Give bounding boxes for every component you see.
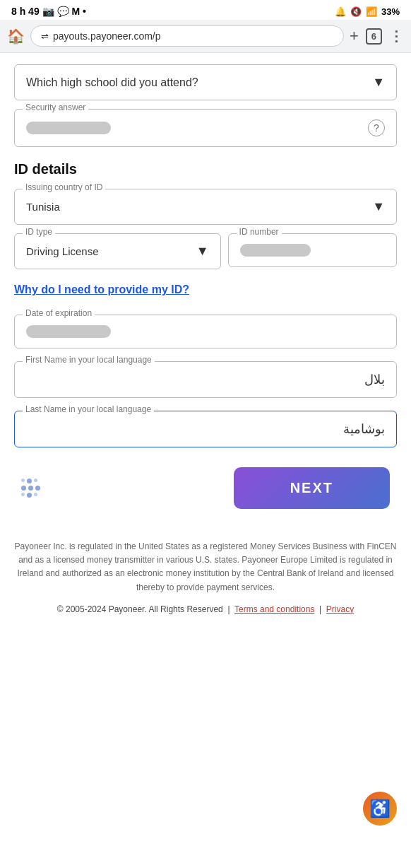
footer-copyright: © 2005-2024 Payoneer. All Rights Reserve… bbox=[14, 603, 397, 616]
date-expiration-placeholder bbox=[26, 325, 111, 338]
id-number-group: ID number bbox=[228, 233, 397, 269]
why-id-link[interactable]: Why do I need to provide my ID? bbox=[14, 283, 189, 296]
status-right-icons: 🔔 🔇 📶 33% bbox=[335, 6, 400, 17]
url-text[interactable]: payouts.payoneer.com/p bbox=[53, 30, 333, 42]
privacy-link[interactable]: Privacy bbox=[326, 604, 354, 614]
id-details-heading: ID details bbox=[14, 161, 397, 177]
issuing-country-value: Tunisia bbox=[26, 201, 60, 213]
browser-actions: + 6 ⋮ bbox=[350, 27, 404, 45]
id-number-placeholder bbox=[240, 244, 311, 257]
browser-bar: 🏠 ⇌ payouts.payoneer.com/p + 6 ⋮ bbox=[0, 20, 411, 53]
copyright-text: © 2005-2024 Payoneer. All Rights Reserve… bbox=[57, 604, 223, 614]
dot-4 bbox=[21, 486, 26, 491]
security-question-label: Which high school did you attend? bbox=[26, 76, 198, 89]
mute-icon: 🔇 bbox=[350, 6, 362, 17]
id-number-input[interactable] bbox=[228, 233, 397, 267]
accessibility-icon: ♿ bbox=[369, 799, 391, 819]
status-bar: 8 h 49 📷 💬 M • 🔔 🔇 📶 33% bbox=[0, 0, 411, 20]
id-number-label: ID number bbox=[237, 227, 282, 237]
dot-9 bbox=[34, 493, 37, 496]
home-icon[interactable]: 🏠 bbox=[7, 28, 25, 45]
security-answer-label: Security answer bbox=[23, 102, 88, 112]
alarm-icon: 🔔 bbox=[335, 6, 346, 17]
dot-7 bbox=[21, 493, 25, 496]
payoneer-logo bbox=[21, 479, 40, 498]
id-type-label: ID type bbox=[23, 227, 55, 237]
tab-count[interactable]: 6 bbox=[366, 28, 382, 45]
date-expiration-label: Date of expiration bbox=[23, 308, 95, 318]
security-question-dropdown[interactable]: Which high school did you attend? ▼ bbox=[14, 64, 397, 100]
dot-5 bbox=[28, 486, 33, 491]
security-answer-placeholder bbox=[26, 122, 111, 134]
status-time: 8 h 49 bbox=[11, 6, 40, 17]
dropdown-arrow-icon: ▼ bbox=[372, 75, 385, 90]
issuing-country-select[interactable]: Tunisia ▼ bbox=[14, 189, 397, 225]
dot-1 bbox=[21, 479, 25, 482]
last-name-local-input[interactable]: بوشامية bbox=[14, 411, 397, 447]
id-type-value: Driving License bbox=[26, 245, 99, 257]
date-expiration-input[interactable] bbox=[14, 315, 397, 348]
first-name-local-group: First Name in your local language بلال bbox=[14, 361, 397, 398]
dot-8 bbox=[27, 493, 32, 498]
help-icon[interactable]: ? bbox=[368, 119, 385, 136]
status-time-area: 8 h 49 📷 💬 M • bbox=[11, 6, 86, 17]
battery-text: 33% bbox=[381, 6, 400, 17]
dot-2 bbox=[27, 479, 32, 483]
first-name-local-label: First Name in your local language bbox=[23, 355, 155, 365]
security-answer-group: Security answer ? bbox=[14, 109, 397, 147]
footer: Payoneer Inc. is regulated in the United… bbox=[0, 526, 411, 628]
more-options-icon[interactable]: ⋮ bbox=[389, 28, 404, 45]
dot-6 bbox=[35, 486, 40, 491]
id-type-dropdown-arrow-icon: ▼ bbox=[196, 244, 209, 259]
first-name-local-input[interactable]: بلال bbox=[14, 361, 397, 398]
first-name-local-value: بلال bbox=[364, 372, 385, 387]
id-type-select[interactable]: Driving License ▼ bbox=[14, 233, 221, 269]
wifi-icon: 📶 bbox=[366, 6, 377, 17]
last-name-local-value: بوشامية bbox=[343, 421, 385, 437]
address-bar[interactable]: ⇌ payouts.payoneer.com/p bbox=[30, 25, 344, 47]
last-name-local-label: Last Name in your local language bbox=[23, 404, 154, 414]
dot-3 bbox=[34, 479, 37, 482]
footer-disclaimer: Payoneer Inc. is regulated in the United… bbox=[14, 540, 397, 594]
terms-link[interactable]: Terms and conditions bbox=[234, 604, 314, 614]
id-type-number-row: ID type Driving License ▼ ID number bbox=[14, 233, 397, 269]
button-row: NEXT bbox=[14, 467, 397, 509]
last-name-local-group: Last Name in your local language بوشامية bbox=[14, 411, 397, 447]
next-button[interactable]: NEXT bbox=[234, 467, 390, 509]
main-content: Which high school did you attend? ▼ Secu… bbox=[0, 64, 411, 509]
issuing-country-label: Issuing country of ID bbox=[23, 182, 105, 192]
accessibility-button[interactable]: ♿ bbox=[363, 792, 397, 826]
date-expiration-group: Date of expiration bbox=[14, 315, 397, 348]
country-dropdown-arrow-icon: ▼ bbox=[372, 199, 385, 214]
id-type-group: ID type Driving License ▼ bbox=[14, 233, 221, 269]
issuing-country-group: Issuing country of ID Tunisia ▼ bbox=[14, 189, 397, 225]
security-answer-input[interactable]: ? bbox=[14, 109, 397, 147]
new-tab-icon[interactable]: + bbox=[350, 27, 359, 45]
site-icon: ⇌ bbox=[41, 31, 49, 42]
status-icons: 📷 💬 M • bbox=[42, 6, 86, 17]
